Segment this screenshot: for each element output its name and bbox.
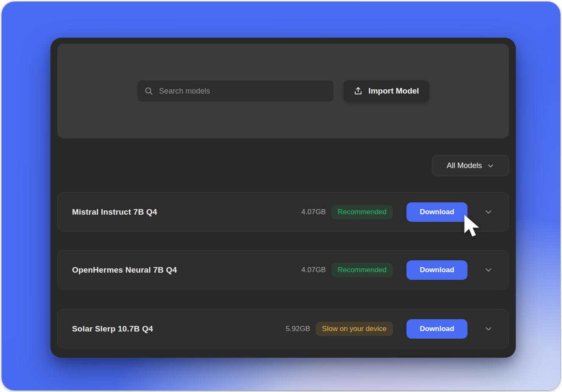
import-model-button[interactable]: Import Model (344, 80, 428, 102)
expand-row-control[interactable] (484, 266, 492, 274)
model-browser-panel: Import Model All Models Mistral Instruct… (50, 38, 516, 358)
chevron-down-icon (484, 325, 492, 333)
download-button[interactable]: Download (406, 319, 467, 339)
download-button[interactable]: Download (406, 260, 467, 280)
model-name: Solar Slerp 10.7B Q4 (72, 324, 286, 334)
desktop-background: Import Model All Models Mistral Instruct… (2, 2, 560, 390)
status-badge: Recommended (331, 263, 393, 277)
expand-row-control[interactable] (484, 208, 492, 216)
search-icon (144, 86, 153, 96)
model-filter-dropdown[interactable]: All Models (432, 155, 509, 176)
model-name: Mistral Instruct 7B Q4 (72, 207, 301, 217)
filter-label: All Models (447, 161, 482, 170)
expand-row-control[interactable] (484, 325, 492, 333)
model-size: 4.07GB (301, 266, 326, 274)
chevron-down-icon (487, 162, 494, 169)
chevron-down-icon (484, 208, 492, 216)
model-size: 4.07GB (301, 208, 326, 216)
search-box[interactable] (137, 80, 334, 102)
chevron-down-icon (484, 266, 492, 274)
model-size: 5.92GB (286, 325, 310, 333)
model-row-solar: Solar Slerp 10.7B Q4 5.92GB Slow on your… (57, 309, 509, 348)
model-name: OpenHermes Neural 7B Q4 (72, 265, 301, 275)
download-button[interactable]: Download (406, 202, 467, 222)
header-toolbar: Import Model (57, 44, 509, 138)
upload-icon (353, 86, 363, 96)
model-row-openhermes: OpenHermes Neural 7B Q4 4.07GB Recommend… (57, 250, 509, 290)
model-row-mistral: Mistral Instruct 7B Q4 4.07GB Recommende… (57, 192, 509, 232)
import-model-label: Import Model (368, 86, 419, 96)
status-badge: Slow on your device (316, 322, 393, 336)
search-input[interactable] (159, 87, 327, 96)
status-badge: Recommended (331, 205, 393, 219)
